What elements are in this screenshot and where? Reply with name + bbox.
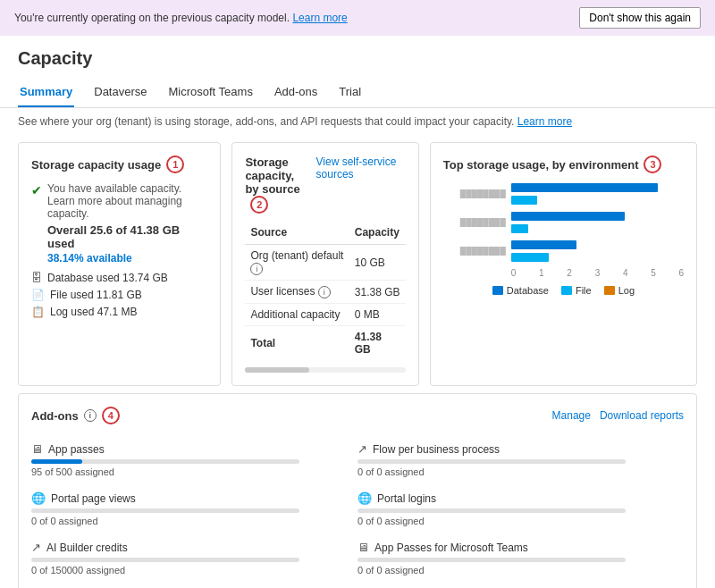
ai-builder-icon: ↗ xyxy=(31,541,41,554)
storage-usage-badge: 1 xyxy=(166,155,184,173)
portal-views-icon: 🌐 xyxy=(31,491,46,505)
app-passes-teams-progress-bar xyxy=(358,558,626,562)
capacity-info: ✔ You have available capacity. Learn mor… xyxy=(31,182,207,265)
addons-card: Add-ons i 4 Manage Download reports 🖥 Ap… xyxy=(18,393,697,588)
check-icon: ✔ xyxy=(31,183,42,197)
download-reports-link[interactable]: Download reports xyxy=(600,409,684,422)
app-passes-progress-bar xyxy=(31,459,299,464)
storage-usage-title: Storage capacity usage xyxy=(31,158,161,172)
app-passes-assigned: 95 of 500 assigned xyxy=(31,466,347,477)
scroll-thumb xyxy=(245,367,309,373)
view-self-service-link[interactable]: View self-service sources xyxy=(316,155,406,181)
tab-summary[interactable]: Summary xyxy=(18,78,74,107)
cards-row: Storage capacity usage 1 ✔ You have avai… xyxy=(0,135,715,393)
overall-text: Overall 25.6 of 41.38 GB used xyxy=(47,223,207,250)
legend-log: Log xyxy=(604,285,635,296)
tabs-container: Summary Dataverse Microsoft Teams Add-on… xyxy=(0,78,715,108)
capacity-col-header: Capacity xyxy=(349,223,406,245)
flow-progress-bar xyxy=(358,459,626,464)
legend-file-dot xyxy=(561,286,572,295)
source-col-header: Source xyxy=(245,223,349,245)
addon-power-automate-rpa: 🌐 Power Automate Unattended RPA 19 of 20… xyxy=(31,583,358,588)
env2-bars xyxy=(511,211,684,234)
table-row: Org (tenant) default i 10 GB xyxy=(245,245,405,281)
banner-learn-more-link[interactable]: Learn more xyxy=(292,12,347,24)
manage-link[interactable]: Manage xyxy=(552,409,591,422)
top-storage-title: Top storage usage, by environment xyxy=(443,158,639,172)
legend-file-label: File xyxy=(576,285,592,296)
table-row: User licenses i 31.38 GB xyxy=(245,281,405,304)
banner-text: You're currently operating on the previo… xyxy=(14,12,348,24)
addon-app-passes-name: 🖥 App passes xyxy=(31,442,347,456)
page-title: Capacity xyxy=(18,48,697,69)
file-usage-label: File used 11.81 GB xyxy=(50,289,142,301)
app-passes-icon: 🖥 xyxy=(31,442,43,456)
portal-logins-assigned: 0 of 0 assigned xyxy=(358,516,673,526)
addon-portal-page-views: 🌐 Portal page views 0 of 0 assigned xyxy=(31,484,358,533)
dismiss-banner-button[interactable]: Don't show this again xyxy=(579,7,701,29)
ai-builder-progress-bar xyxy=(31,558,299,562)
addon-app-passes-teams-name: 🖥 App Passes for Microsoft Teams xyxy=(358,541,673,554)
addon-app-passes: 🖥 App passes 95 of 500 assigned xyxy=(31,435,358,484)
addon-flow-name: ↗ Flow per business process xyxy=(358,442,673,456)
table-row-total: Total 41.38 GB xyxy=(245,326,405,361)
addon-portal-views-name: 🌐 Portal page views xyxy=(31,491,347,505)
top-storage-badge: 3 xyxy=(644,155,661,173)
env2-label: ████████ xyxy=(443,218,506,227)
portal-views-assigned: 0 of 0 assigned xyxy=(31,516,347,526)
tab-microsoft-teams[interactable]: Microsoft Teams xyxy=(167,78,255,107)
legend-log-dot xyxy=(604,286,615,295)
chart-row-env3: ████████ xyxy=(443,239,684,263)
log-icon: 📋 xyxy=(31,306,45,318)
file-icon: 📄 xyxy=(31,289,45,301)
subtitle: See where your org (tenant) is using sto… xyxy=(0,108,715,135)
storage-capacity-usage-card: Storage capacity usage 1 ✔ You have avai… xyxy=(18,142,221,386)
addon-portal-logins: 🌐 Portal logins 0 of 0 assigned xyxy=(358,484,684,533)
addon-ai-builder-name: ↗ AI Builder credits xyxy=(31,541,347,554)
ai-builder-assigned: 0 of 150000 assigned xyxy=(31,565,347,575)
env1-bars xyxy=(511,182,684,206)
addons-grid: 🖥 App passes 95 of 500 assigned ↗ Flow p… xyxy=(31,435,684,588)
scroll-indicator xyxy=(245,367,405,373)
subtitle-learn-more-link[interactable]: Learn more xyxy=(517,115,572,128)
storage-usage-card-header: Storage capacity usage 1 xyxy=(31,155,207,173)
log-usage: 📋 Log used 47.1 MB xyxy=(31,306,207,318)
env1-label: ████████ xyxy=(443,189,506,198)
portal-logins-progress-bar xyxy=(358,508,626,513)
portal-views-progress-bar xyxy=(31,508,299,513)
legend-database-dot xyxy=(492,286,503,295)
top-storage-header: Top storage usage, by environment 3 xyxy=(443,155,684,173)
env3-label: ████████ xyxy=(443,247,506,256)
page-header: Capacity xyxy=(0,36,715,69)
addons-info-icon[interactable]: i xyxy=(84,409,97,422)
app-passes-teams-assigned: 0 of 0 assigned xyxy=(358,565,673,575)
storage-source-card: Storage capacity,by source 2 View self-s… xyxy=(231,142,418,386)
chart-legend: Database File Log xyxy=(443,285,684,296)
addon-portal-logins-name: 🌐 Portal logins xyxy=(358,491,673,505)
legend-database: Database xyxy=(492,285,549,296)
app-passes-progress-fill xyxy=(31,459,82,464)
database-usage-label: Database used 13.74 GB xyxy=(47,272,168,284)
info-icon[interactable]: i xyxy=(250,263,263,275)
capacity-info-text: You have available capacity. Learn more … xyxy=(47,182,207,220)
info-icon[interactable]: i xyxy=(318,286,331,298)
addon-ai-builder: ↗ AI Builder credits 0 of 150000 assigne… xyxy=(31,533,358,583)
env3-bars xyxy=(511,239,684,263)
chart-row-env1: ████████ xyxy=(443,182,684,206)
flow-icon: ↗ xyxy=(358,442,367,456)
available-text: 38.14% available xyxy=(47,252,207,265)
addons-badge: 4 xyxy=(102,407,120,424)
database-usage: 🗄 Database used 13.74 GB xyxy=(31,272,207,284)
top-storage-card: Top storage usage, by environment 3 ████… xyxy=(430,142,697,386)
file-usage: 📄 File used 11.81 GB xyxy=(31,289,207,301)
legend-file: File xyxy=(561,285,592,296)
tab-trial[interactable]: Trial xyxy=(337,78,363,107)
tab-dataverse[interactable]: Dataverse xyxy=(92,78,148,107)
tab-add-ons[interactable]: Add-ons xyxy=(273,78,319,107)
legend-database-label: Database xyxy=(507,285,549,296)
addon-flow-per-business: ↗ Flow per business process 0 of 0 assig… xyxy=(358,435,684,484)
addons-actions: Manage Download reports xyxy=(552,409,684,422)
storage-source-badge: 2 xyxy=(250,196,268,214)
storage-source-header: Storage capacity,by source 2 View self-s… xyxy=(245,155,405,214)
chart-container: ████████ ████████ ████████ xyxy=(443,182,684,263)
